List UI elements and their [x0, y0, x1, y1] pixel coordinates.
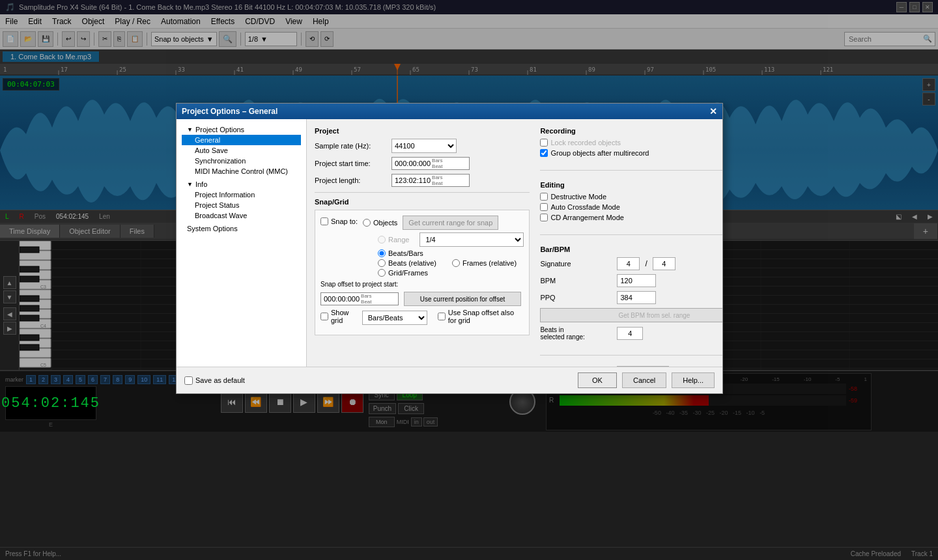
- dialog-close-btn[interactable]: ✕: [709, 106, 717, 117]
- show-grid-label: Show grid: [331, 309, 357, 324]
- lock-recorded-checkbox[interactable]: [540, 139, 548, 147]
- left-column: Project Sample rate (Hz): 44100 48000 96…: [315, 127, 530, 367]
- bar-bpm-section: Bar/BPM Signature / BPM: [540, 245, 722, 344]
- save-default-checkbox[interactable]: [184, 376, 193, 385]
- sample-rate-label: Sample rate (Hz):: [315, 142, 386, 150]
- get-range-btn[interactable]: Get current range for snap: [403, 216, 498, 230]
- group-after-checkbox[interactable]: [540, 149, 548, 157]
- project-length-row: Project length: 123:02:110 BarsBeat: [315, 174, 530, 187]
- sig-den-input[interactable]: [653, 257, 675, 270]
- project-length-value[interactable]: 123:02:110 BarsBeat: [391, 174, 470, 187]
- project-start-field: 000:00:000 BarsBeat: [391, 157, 470, 170]
- cd-arrangement-label: CD Arrangement Mode: [550, 214, 624, 221]
- snap-to-checkbox-row: Snap to:: [320, 217, 358, 225]
- snap-to-row: Snap to: Objects Get current range for s…: [320, 216, 524, 230]
- snap-offset-field[interactable]: 000:00:000 BarsBeat: [320, 292, 399, 305]
- divider3: [540, 234, 722, 235]
- divider1: [315, 192, 530, 193]
- tree-system-label: System Options: [187, 225, 238, 232]
- destructive-label: Destructive Mode: [550, 193, 606, 201]
- grid-frames-radio-row: Grid/Frames: [378, 269, 436, 277]
- tree-info[interactable]: ▼ Info: [182, 179, 301, 189]
- bpm-input[interactable]: [617, 274, 656, 287]
- tree-synchronization[interactable]: Synchronization: [182, 156, 301, 166]
- recording-label: Recording: [540, 127, 722, 135]
- tree-mmc[interactable]: MIDI Machine Control (MMC): [182, 166, 301, 176]
- beats-range-input[interactable]: [617, 327, 643, 340]
- tree-auto-save[interactable]: Auto Save: [182, 145, 301, 156]
- tree-general[interactable]: General: [182, 135, 301, 145]
- get-bpm-btn[interactable]: Get BPM from sel. range: [540, 308, 722, 322]
- cd-arrangement-checkbox[interactable]: [540, 214, 548, 221]
- tree-general-label: General: [195, 136, 220, 144]
- destructive-checkbox[interactable]: [540, 193, 548, 201]
- right-columns: Recording Lock recorded objects Group ob…: [540, 127, 722, 367]
- use-current-offset-btn[interactable]: Use current position for offset: [404, 292, 521, 306]
- ok-button[interactable]: OK: [578, 372, 617, 388]
- beats-bars-radio[interactable]: [378, 249, 386, 257]
- frames-rel-radio[interactable]: [452, 259, 460, 267]
- project-length-field: 123:02:110 BarsBeat: [391, 174, 470, 187]
- objects-radio[interactable]: [363, 219, 371, 227]
- ppq-input[interactable]: [617, 291, 656, 304]
- sig-num-input[interactable]: [617, 257, 640, 270]
- tree-system-options[interactable]: System Options: [182, 223, 301, 234]
- bpm-row: BPM: [540, 274, 722, 287]
- project-options-dialog: Project Options – General ✕ ▼ Project Op…: [176, 103, 723, 394]
- tree-project-options-label: Project Options: [195, 126, 244, 133]
- show-grid-checkbox[interactable]: [320, 313, 328, 320]
- dialog-footer: Save as default OK Cancel Help...: [177, 367, 722, 393]
- show-grid-checkbox-row: Show grid: [320, 309, 357, 324]
- save-default-row: Save as default: [184, 376, 245, 385]
- tree-broadcast-wave[interactable]: Broadcast Wave: [182, 210, 301, 221]
- use-snap-also-checkbox[interactable]: [438, 313, 446, 320]
- grid-dropdown[interactable]: Bars/Beats Frames: [362, 311, 427, 325]
- standard-pitch-row: Standard pitch (Hz): [540, 366, 722, 367]
- frames-rel-radio-row: Frames (relative): [452, 259, 517, 267]
- sample-rate-row: Sample rate (Hz): 44100 48000 96000: [315, 139, 530, 153]
- tree-broadcast-label: Broadcast Wave: [195, 212, 247, 219]
- tree-mmc-label: MIDI Machine Control (MMC): [195, 167, 288, 175]
- sample-rate-input-group: 44100 48000 96000: [391, 139, 458, 153]
- editing-label: Editing: [540, 181, 722, 189]
- dialog-overlay[interactable]: Project Options – General ✕ ▼ Project Op…: [0, 0, 938, 560]
- range-label: Range: [388, 236, 409, 244]
- save-default-label: Save as default: [195, 376, 245, 384]
- project-start-value[interactable]: 000:00:000 BarsBeat: [391, 157, 470, 170]
- beats-range-row: Beats inselected range:: [540, 326, 722, 341]
- lock-recorded-row: Lock recorded objects: [540, 139, 722, 147]
- auto-crossfade-row: Auto Crossfade Mode: [540, 203, 722, 211]
- range-radio[interactable]: [378, 236, 386, 244]
- dialog-title: Project Options – General: [182, 107, 277, 116]
- beats-rel-label: Beats (relative): [388, 259, 436, 267]
- tree-project-status[interactable]: Project Status: [182, 200, 301, 210]
- project-start-label: Project start time:: [315, 160, 386, 167]
- expand-icon2: ▼: [187, 181, 193, 188]
- ppq-row: PPQ: [540, 291, 722, 304]
- grid-frames-radio[interactable]: [378, 269, 386, 277]
- tree-proj-info-label: Project Information: [195, 191, 255, 199]
- tree-proj-status-label: Project Status: [195, 201, 239, 209]
- auto-crossfade-checkbox[interactable]: [540, 203, 548, 211]
- snap-offset-value-row: 000:00:000 BarsBeat Use current position…: [320, 292, 524, 306]
- help-button[interactable]: Help...: [672, 372, 715, 388]
- tree-root: ▼ Project Options General Auto Save Sync…: [182, 124, 301, 234]
- project-start-row: Project start time: 000:00:000 BarsBeat: [315, 157, 530, 170]
- cancel-button[interactable]: Cancel: [622, 372, 666, 388]
- beats-rel-radio[interactable]: [378, 259, 386, 267]
- divider2: [540, 170, 722, 171]
- show-grid-row: Show grid Bars/Beats Frames Use Snap off…: [320, 309, 524, 327]
- cd-arrangement-row: CD Arrangement Mode: [540, 214, 722, 221]
- recording-section: Recording Lock recorded objects Group ob…: [540, 127, 722, 160]
- tree-project-info[interactable]: Project Information: [182, 189, 301, 200]
- snap-offset-row: Snap offset to project start:: [320, 281, 524, 288]
- dialog-tree: ▼ Project Options General Auto Save Sync…: [177, 119, 307, 367]
- snap-value-dropdown[interactable]: 1/4 1/1 1/2 1/8 1/16 1/32: [419, 232, 524, 247]
- sample-rate-select[interactable]: 44100 48000 96000: [391, 139, 457, 153]
- objects-radio-row: Objects: [363, 219, 397, 227]
- tree-project-options[interactable]: ▼ Project Options: [182, 124, 301, 135]
- bar-bpm-label: Bar/BPM: [540, 245, 722, 253]
- tree-auto-save-label: Auto Save: [195, 147, 228, 154]
- snap-to-checkbox[interactable]: [320, 217, 328, 225]
- standard-pitch-input[interactable]: [617, 366, 669, 367]
